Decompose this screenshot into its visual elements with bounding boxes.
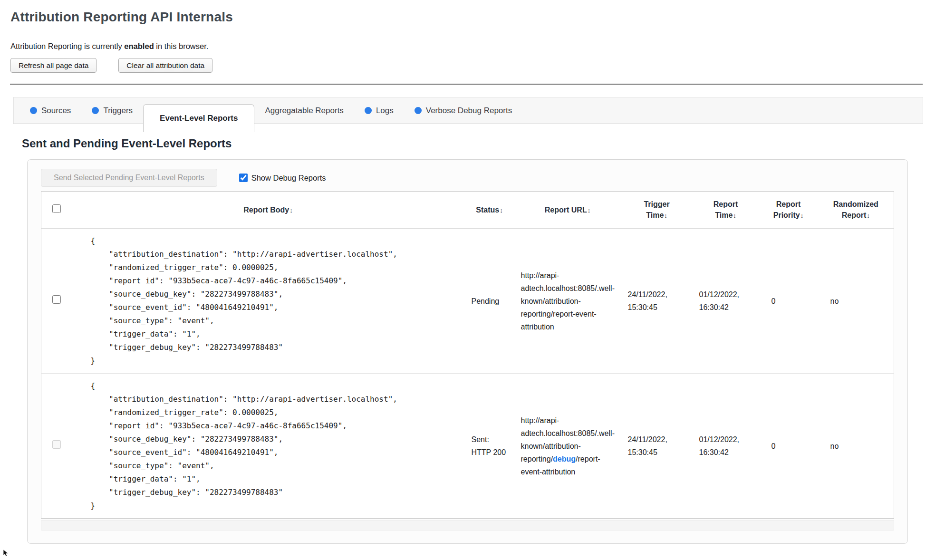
blue-dot-icon <box>92 107 99 114</box>
page-header: Attribution Reporting API Internals Attr… <box>0 0 926 73</box>
tab-aggregatable-reports[interactable]: Aggregatable Reports <box>254 97 354 124</box>
row-select-checkbox[interactable] <box>52 295 61 304</box>
report-body-cell: { "attribution_destination": "http://ara… <box>72 374 465 519</box>
report-time: 01/12/2022, 16:30:42 <box>693 229 759 374</box>
report-priority: 0 <box>759 374 818 519</box>
table-footer-strip <box>41 520 894 531</box>
sort-icon: ↕ <box>733 212 736 219</box>
trigger-time: 24/11/2022, 15:30:45 <box>621 374 693 519</box>
column-header-randomized-report[interactable]: Randomized Report↕ <box>818 192 894 229</box>
report-url: http://arapi-adtech.localhost:8085/.well… <box>514 229 621 374</box>
report-time: 01/12/2022, 16:30:42 <box>693 374 759 519</box>
show-debug-toggle[interactable]: Show Debug Reports <box>239 174 326 183</box>
column-header-report-url[interactable]: Report URL↕ <box>514 192 621 229</box>
api-status-text: Attribution Reporting is currently enabl… <box>10 42 916 51</box>
report-status: Pending <box>465 229 514 374</box>
column-header-report-time[interactable]: Report Time↕ <box>693 192 759 229</box>
status-enabled: enabled <box>124 42 154 50</box>
row-select-cell <box>41 229 72 374</box>
sort-icon: ↕ <box>664 212 667 219</box>
show-debug-label: Show Debug Reports <box>251 174 326 183</box>
reports-panel: Send Selected Pending Event-Level Report… <box>27 159 908 544</box>
tab-label: Sources <box>41 106 71 116</box>
report-body-json: { "attribution_destination": "http://ara… <box>91 234 465 367</box>
tab-sources[interactable]: Sources <box>19 97 81 124</box>
toolbar: Refresh all page data Clear all attribut… <box>10 58 916 73</box>
tab-strip: Sources Triggers Event-Level Reports Agg… <box>13 97 923 124</box>
sort-icon: ↕ <box>500 207 503 214</box>
select-all-header <box>41 192 72 229</box>
clear-all-button[interactable]: Clear all attribution data <box>118 58 212 73</box>
table-header-row: Report Body↕ Status↕ Report URL↕ Trigger… <box>41 192 894 229</box>
report-body-json: { "attribution_destination": "http://ara… <box>91 379 465 512</box>
tab-triggers[interactable]: Triggers <box>81 97 143 124</box>
show-debug-checkbox[interactable] <box>239 174 248 182</box>
sort-icon: ↕ <box>801 212 804 219</box>
report-body-cell: { "attribution_destination": "http://ara… <box>72 229 465 374</box>
column-header-status[interactable]: Status↕ <box>465 192 514 229</box>
blue-dot-icon <box>30 107 37 114</box>
row-select-cell <box>41 374 72 519</box>
trigger-time: 24/11/2022, 15:30:45 <box>621 229 693 374</box>
blue-dot-icon <box>365 107 372 114</box>
send-selected-button[interactable]: Send Selected Pending Event-Level Report… <box>41 169 217 187</box>
tab-verbose-debug-reports[interactable]: Verbose Debug Reports <box>404 97 522 124</box>
header-divider <box>10 84 923 85</box>
randomized-report: no <box>818 229 894 374</box>
tab-label: Event-Level Reports <box>160 114 238 123</box>
column-header-report-priority[interactable]: Report Priority↕ <box>759 192 818 229</box>
tab-label: Logs <box>376 106 394 116</box>
page-title: Attribution Reporting API Internals <box>10 10 916 25</box>
tab-label: Verbose Debug Reports <box>426 106 512 116</box>
status-prefix: Attribution Reporting is currently <box>10 42 124 50</box>
mouse-cursor-icon <box>3 549 9 559</box>
sort-icon: ↕ <box>867 212 870 219</box>
report-priority: 0 <box>759 229 818 374</box>
tab-label: Triggers <box>103 106 133 116</box>
select-all-checkbox[interactable] <box>52 204 61 213</box>
report-row-sent: { "attribution_destination": "http://ara… <box>41 374 894 519</box>
section-heading: Sent and Pending Event-Level Reports <box>22 137 926 150</box>
tab-label: Aggregatable Reports <box>265 106 343 116</box>
report-url-text: http://arapi-adtech.localhost:8085/.well… <box>521 271 615 331</box>
reports-table: Report Body↕ Status↕ Report URL↕ Trigger… <box>41 191 894 519</box>
tab-event-level-reports[interactable]: Event-Level Reports <box>143 104 254 132</box>
blue-dot-icon <box>415 107 422 114</box>
report-url: http://arapi-adtech.localhost:8085/.well… <box>514 374 621 519</box>
sort-icon: ↕ <box>289 207 293 214</box>
refresh-all-button[interactable]: Refresh all page data <box>10 58 96 73</box>
column-header-report-body[interactable]: Report Body↕ <box>72 192 465 229</box>
debug-url-segment: debug <box>553 455 576 463</box>
status-suffix: in this browser. <box>154 42 209 50</box>
column-header-trigger-time[interactable]: Trigger Time↕ <box>621 192 693 229</box>
sort-icon: ↕ <box>588 207 591 214</box>
row-select-checkbox-disabled[interactable] <box>52 440 61 449</box>
report-row-pending: { "attribution_destination": "http://ara… <box>41 229 894 374</box>
panel-controls: Send Selected Pending Event-Level Report… <box>41 169 894 187</box>
report-status: Sent: HTTP 200 <box>465 374 514 519</box>
tab-logs[interactable]: Logs <box>354 97 404 124</box>
randomized-report: no <box>818 374 894 519</box>
